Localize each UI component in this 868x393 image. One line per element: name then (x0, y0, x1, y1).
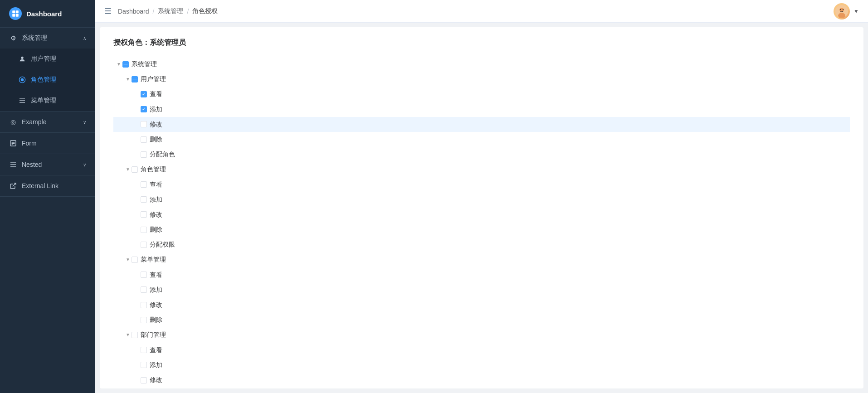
sidebar-logo-label: Dashboard (26, 10, 62, 18)
tree-row-menu: 菜单管理 (113, 252, 850, 267)
menu-checkbox[interactable] (132, 257, 138, 263)
svg-rect-8 (20, 100, 25, 101)
user-view-label: 查看 (150, 88, 162, 100)
user-assign-checkbox[interactable] (141, 151, 147, 158)
sys-arrow[interactable] (115, 60, 122, 68)
tree-row-user-assign: 分配角色 (113, 147, 850, 162)
role-assign-label: 分配权限 (150, 239, 175, 250)
tree-row-role-view: 查看 (113, 177, 850, 192)
sidebar-item-form[interactable]: Form (0, 133, 95, 154)
avatar-face (834, 3, 850, 19)
role-label: 角色管理 (141, 164, 166, 175)
tree-row-dept: 部门管理 (113, 327, 850, 342)
role-checkbox[interactable] (132, 166, 138, 173)
sidebar-example-label: Example (22, 118, 83, 126)
breadcrumb-dashboard[interactable]: Dashboard (118, 8, 149, 15)
menu-edit-checkbox[interactable] (141, 302, 147, 308)
svg-rect-12 (12, 143, 15, 144)
sidebar-item-system-manage[interactable]: ⚙ 系统管理 ∧ (0, 28, 95, 49)
dept-edit-label: 修改 (150, 374, 162, 386)
tree-row-dept-add: 添加 (113, 358, 850, 373)
sidebar-example-arrow: ∨ (83, 120, 86, 125)
tree-row-user-edit: 修改 (113, 117, 850, 132)
form-icon (9, 139, 17, 147)
menu-delete-checkbox[interactable] (141, 317, 147, 323)
svg-rect-1 (16, 10, 19, 13)
sidebar: Dashboard ⚙ 系统管理 ∧ 用户管理 角色管理 (0, 0, 95, 393)
role-add-label: 添加 (150, 194, 162, 205)
svg-rect-13 (12, 145, 13, 145)
breadcrumb-role-auth: 角色授权 (192, 7, 218, 15)
menu-add-checkbox[interactable] (141, 286, 147, 293)
dept-arrow[interactable] (124, 331, 132, 339)
sidebar-nested-label: Nested (22, 161, 83, 168)
svg-line-17 (13, 183, 16, 186)
menu-view-checkbox[interactable] (141, 272, 147, 278)
user-edit-checkbox[interactable] (141, 121, 147, 127)
sidebar-item-example[interactable]: ◎ Example ∨ (0, 112, 95, 132)
tree-row-role-assign: 分配权限 (113, 237, 850, 252)
user-edit-label: 修改 (150, 119, 162, 130)
dept-edit-checkbox[interactable] (141, 377, 147, 383)
svg-rect-15 (10, 164, 16, 165)
user-assign-label: 分配角色 (150, 149, 175, 160)
svg-point-22 (843, 9, 844, 10)
avatar-dropdown-arrow[interactable]: ▼ (853, 8, 859, 15)
user-checkbox[interactable] (132, 76, 138, 82)
dept-add-label: 添加 (150, 359, 162, 371)
user-delete-checkbox[interactable] (141, 136, 147, 143)
svg-rect-7 (20, 98, 25, 99)
dept-label: 部门管理 (141, 329, 166, 340)
sidebar-form-label: Form (22, 140, 86, 147)
sys-checkbox[interactable] (122, 61, 129, 68)
role-edit-label: 修改 (150, 209, 162, 220)
menu-delete-label: 删除 (150, 314, 162, 325)
tree-row-role-delete: 删除 (113, 222, 850, 237)
role-icon (18, 76, 26, 84)
sidebar-external-label: External Link (22, 182, 86, 189)
role-delete-label: 删除 (150, 224, 162, 235)
breadcrumb-system-manage[interactable]: 系统管理 (158, 7, 183, 15)
user-view-checkbox[interactable] (141, 91, 147, 97)
role-add-checkbox[interactable] (141, 196, 147, 203)
dept-add-checkbox[interactable] (141, 362, 147, 368)
user-label: 用户管理 (141, 73, 166, 85)
svg-rect-16 (10, 166, 16, 166)
svg-rect-9 (20, 102, 25, 102)
svg-rect-11 (12, 142, 15, 142)
role-view-checkbox[interactable] (141, 181, 147, 188)
user-add-checkbox[interactable] (141, 106, 147, 112)
tree-row-user-view: 查看 (113, 87, 850, 102)
sidebar-item-external-link[interactable]: External Link (0, 175, 95, 196)
svg-rect-2 (12, 14, 15, 17)
tree-row-role-edit: 修改 (113, 207, 850, 222)
sidebar-item-role-manage[interactable]: 角色管理 (0, 69, 95, 90)
sidebar-item-menu-manage[interactable]: 菜单管理 (0, 90, 95, 111)
menu-arrow[interactable] (124, 256, 132, 264)
content-area: 授权角色：系统管理员 系统管理 用户管理 (100, 27, 863, 388)
role-delete-checkbox[interactable] (141, 227, 147, 233)
sidebar-user-manage-label: 用户管理 (31, 55, 86, 63)
dept-checkbox[interactable] (132, 332, 138, 338)
sidebar-section-external: External Link (0, 175, 95, 197)
sidebar-logo: Dashboard (0, 0, 95, 28)
menu-view-label: 查看 (150, 269, 162, 281)
svg-point-21 (840, 9, 841, 10)
dept-view-checkbox[interactable] (141, 347, 147, 353)
sidebar-submenu-system: 用户管理 角色管理 菜单管理 (0, 49, 95, 111)
sidebar-system-arrow: ∧ (83, 36, 86, 41)
sidebar-item-nested[interactable]: Nested ∨ (0, 154, 95, 175)
main-content: ☰ Dashboard / 系统管理 / 角色授权 (95, 0, 868, 393)
user-arrow[interactable] (124, 75, 132, 83)
role-arrow[interactable] (124, 165, 132, 174)
avatar[interactable] (834, 3, 850, 19)
sidebar-item-user-manage[interactable]: 用户管理 (0, 49, 95, 69)
svg-rect-0 (12, 10, 15, 13)
svg-point-4 (21, 57, 23, 59)
role-assign-checkbox[interactable] (141, 242, 147, 248)
tree-row-user: 用户管理 (113, 72, 850, 87)
hamburger-icon[interactable]: ☰ (104, 6, 112, 16)
tree-row-menu-add: 添加 (113, 282, 850, 297)
logo-icon (9, 7, 22, 20)
role-edit-checkbox[interactable] (141, 211, 147, 218)
